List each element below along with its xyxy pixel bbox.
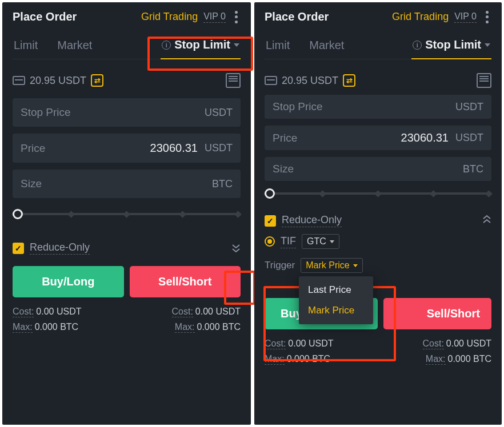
tab-stop-limit[interactable]: i Stop Limit [411, 38, 491, 59]
stop-price-unit: USDT [205, 107, 233, 119]
tif-label: TIF [281, 235, 296, 248]
calculator-icon[interactable] [226, 73, 241, 88]
max-value-right: 0.000 BTC [197, 322, 241, 333]
stop-price-label: Stop Price [273, 100, 323, 113]
balance-row: 20.95 USDT ⇄ [13, 73, 241, 88]
trigger-option: Trigger Mark Price Last Price Mark Price [265, 258, 363, 273]
trigger-option-last[interactable]: Last Price [299, 280, 373, 300]
price-label: Price [21, 142, 45, 155]
expand-advanced-icon[interactable] [231, 243, 241, 253]
balance-value: 20.95 USDT [30, 75, 86, 87]
chevron-down-icon [330, 240, 334, 243]
max-label-right: Max: [426, 354, 446, 365]
size-label: Size [21, 178, 42, 190]
max-label-right: Max: [175, 322, 195, 333]
radio-selected-icon [265, 236, 275, 247]
trigger-option-mark[interactable]: Mark Price [299, 300, 373, 321]
advanced-options: ✓ Reduce-Only TIF GTC Trigger Mark Price… [265, 214, 491, 273]
price-field[interactable]: Price 23060.31 USDT [265, 126, 491, 150]
advanced-options: ✓ Reduce-Only [13, 241, 241, 255]
max-label-left: Max: [13, 322, 33, 333]
more-icon[interactable] [231, 11, 241, 23]
size-field[interactable]: Size BTC [265, 157, 491, 181]
cost-label-left: Cost: [265, 339, 286, 349]
reduce-only-option[interactable]: ✓ Reduce-Only [265, 214, 363, 227]
price-value: 23060.31 [150, 142, 198, 155]
chevron-down-icon [234, 43, 239, 47]
collapse-advanced-icon[interactable] [482, 214, 491, 224]
balance: 20.95 USDT ⇄ [13, 74, 103, 87]
stop-price-field[interactable]: Stop Price USDT [265, 95, 491, 119]
size-unit: BTC [212, 178, 233, 190]
trigger-label: Trigger [265, 260, 295, 271]
cost-label-right: Cost: [423, 339, 444, 349]
order-type-tabs: Limit Market i Stop Limit [265, 38, 491, 59]
balance-value: 20.95 USDT [282, 75, 338, 87]
sell-button[interactable]: Sell/Short [383, 298, 492, 329]
action-buttons: Buy/Long Sell/Short [13, 266, 241, 297]
cost-row: Cost: 0.00 USDT Cost: 0.00 USDT [13, 307, 241, 317]
grid-trading-link[interactable]: Grid Trading [141, 11, 198, 23]
buy-button[interactable]: Buy/Long [13, 266, 124, 297]
reduce-only-option[interactable]: ✓ Reduce-Only [13, 241, 90, 255]
checkbox-checked-icon: ✓ [13, 243, 24, 254]
tab-limit[interactable]: Limit [265, 39, 291, 59]
slider-thumb[interactable] [13, 209, 23, 219]
swap-icon[interactable]: ⇄ [343, 74, 355, 87]
tab-market[interactable]: Market [308, 39, 345, 59]
size-slider[interactable] [13, 210, 241, 219]
cost-row: Cost: 0.00 USDT Cost: 0.00 USDT [265, 339, 491, 349]
stop-price-label: Stop Price [21, 106, 71, 119]
cost-label-right: Cost: [172, 307, 193, 317]
sell-button[interactable]: Sell/Short [130, 266, 241, 297]
size-field[interactable]: Size BTC [13, 170, 241, 198]
panel-title: Place Order [13, 10, 77, 23]
stop-price-field[interactable]: Stop Price USDT [13, 98, 241, 127]
tif-select[interactable]: GTC [302, 234, 339, 249]
slider-thumb[interactable] [265, 188, 275, 199]
reduce-only-label: Reduce-Only [282, 214, 342, 227]
swap-icon[interactable]: ⇄ [91, 74, 103, 87]
cost-value-left: 0.00 USDT [36, 307, 81, 317]
card-icon [13, 76, 25, 85]
tif-value: GTC [307, 236, 326, 247]
price-field[interactable]: Price 23060.31 USDT [13, 134, 241, 163]
max-value-left: 0.000 BTC [287, 354, 330, 365]
tab-market[interactable]: Market [56, 39, 93, 59]
balance-row: 20.95 USDT ⇄ [265, 73, 491, 88]
tab-limit[interactable]: Limit [13, 39, 39, 59]
more-icon[interactable] [482, 11, 491, 23]
chevron-down-icon [485, 43, 490, 47]
calculator-icon[interactable] [477, 73, 491, 88]
cost-value-left: 0.00 USDT [288, 339, 333, 349]
checkbox-checked-icon: ✓ [265, 215, 276, 227]
trigger-select[interactable]: Mark Price [301, 258, 362, 273]
grid-trading-link[interactable]: Grid Trading [392, 11, 449, 23]
info-icon[interactable]: i [162, 41, 171, 50]
panel-header: Place Order Grid Trading VIP 0 [13, 10, 241, 23]
header-right: Grid Trading VIP 0 [141, 11, 241, 23]
balance: 20.95 USDT ⇄ [265, 74, 355, 87]
info-icon[interactable]: i [413, 41, 422, 50]
price-value: 23060.31 [401, 131, 449, 144]
cost-value-right: 0.00 USDT [446, 339, 491, 349]
cost-label-left: Cost: [13, 307, 34, 317]
vip-badge[interactable]: VIP 0 [454, 11, 477, 23]
header-right: Grid Trading VIP 0 [392, 11, 491, 23]
tab-stop-limit[interactable]: i Stop Limit [161, 38, 241, 59]
max-label-left: Max: [265, 354, 285, 365]
trigger-value: Mark Price [306, 260, 349, 271]
panel-title: Place Order [265, 10, 329, 23]
reduce-only-label: Reduce-Only [30, 241, 90, 255]
stop-price-unit: USDT [455, 101, 483, 113]
size-slider[interactable] [265, 189, 491, 198]
order-panel-left: Place Order Grid Trading VIP 0 Limit Mar… [2, 2, 251, 425]
vip-badge[interactable]: VIP 0 [203, 11, 226, 23]
tif-option[interactable]: TIF GTC [265, 234, 363, 249]
tab-stop-limit-label: Stop Limit [174, 38, 230, 51]
trigger-dropdown: Last Price Mark Price [299, 276, 373, 324]
price-unit: USDT [205, 142, 233, 154]
price-label: Price [273, 132, 297, 144]
tab-stop-limit-label: Stop Limit [425, 38, 481, 51]
max-row: Max: 0.000 BTC Max: 0.000 BTC [13, 322, 241, 333]
